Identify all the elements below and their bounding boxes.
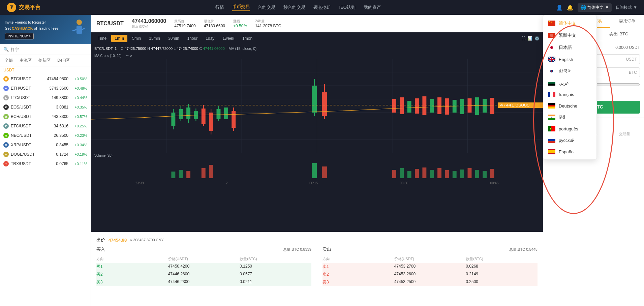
chart-tab-5min[interactable]: 5min (129, 35, 144, 42)
mode-button[interactable]: 日间模式 ▼ (616, 5, 637, 10)
market-tab-DeFi区[interactable]: DeFi区 (56, 57, 71, 64)
user-icon[interactable]: 👤 (556, 4, 563, 11)
fullscreen-icon[interactable]: ⛶ (521, 36, 525, 41)
lang-item-hi[interactable]: हिंदी (543, 112, 596, 123)
svg-rect-102 (407, 171, 411, 178)
market-tab-主流区[interactable]: 主流区 (18, 57, 33, 64)
lang-item-fr[interactable]: français (543, 89, 596, 100)
ticker-high: 最高价 47519.7400 (174, 19, 195, 28)
nav-item-币币交易[interactable]: 币币交易 (232, 4, 250, 11)
sell-order-row[interactable]: 卖247453.26000.2149 (323, 271, 538, 278)
buy-order-row[interactable]: 买347446.23000.0211 (96, 278, 311, 286)
lang-label-zh-tw: 繁體中文 (559, 32, 576, 38)
banner-illustration (69, 19, 86, 40)
chart-tab-1week[interactable]: 1week (219, 35, 238, 42)
lang-item-en[interactable]: English (543, 54, 596, 65)
svg-rect-106 (437, 168, 441, 178)
sell-order-row[interactable]: 卖347453.25000.2500 (323, 278, 538, 286)
lang-item-zh-cn[interactable]: 简体中文 (543, 17, 596, 29)
lang-item-ja[interactable]: 日本語 (543, 41, 596, 54)
language-dropdown: 简体中文繁體中文日本語English한국어عربيfrançaisDeutsch… (543, 15, 597, 160)
lang-item-zh-tw[interactable]: 繁體中文 (543, 29, 596, 41)
chart-ohlc: O 47425.75000 H 47447.72000 L 47425.7400… (121, 47, 225, 51)
svg-rect-103 (415, 169, 419, 178)
lang-item-ar[interactable]: عربي (543, 77, 596, 89)
svg-text:47441.06000: 47441.06000 (500, 103, 529, 107)
lang-item-ko[interactable]: 한국어 (543, 65, 596, 77)
lang-item-pt[interactable]: português (543, 123, 596, 134)
chart-tab-Time[interactable]: Time (94, 35, 110, 42)
lang-item-es[interactable]: Español (543, 146, 596, 157)
coin-row[interactable]: BBCH/USDT443.8300+0.57% (0, 112, 91, 121)
coin-row[interactable]: EEOS/USDT3.0881+0.35% (0, 102, 91, 112)
ticker-change: 涨幅 +0.50% (233, 19, 247, 28)
svg-rect-93 (171, 172, 175, 178)
lang-label-ru: русский (559, 138, 575, 143)
flag-zh-tw (548, 33, 555, 38)
sell-total: 总量:BTC 0.5448 (509, 247, 538, 252)
sell-table-header: 方向 价格(USDT) 数量(BTC) (323, 255, 538, 263)
order-price-label: 出价 (96, 237, 105, 243)
buy-total: 总量:BTC 0.8339 (283, 247, 311, 252)
chart-tab-15min[interactable]: 15min (146, 35, 163, 42)
svg-rect-26 (548, 106, 555, 109)
svg-rect-37 (548, 149, 555, 150)
chart-settings-icon[interactable]: ⚙️ (534, 36, 540, 41)
bell-icon[interactable]: 🔔 (567, 4, 574, 11)
search-input[interactable] (11, 47, 87, 52)
coin-row[interactable]: BBTC/USDT47454.9800+0.50% (0, 74, 91, 84)
coin-row[interactable]: XXRP/USDT0.8455+0.34% (0, 140, 91, 150)
lang-button[interactable]: 🌐 简体中文 ▼ (578, 3, 612, 12)
sell-orders-list: 卖147453.27000.0268卖247453.26000.2149卖347… (323, 263, 538, 286)
chart-tab-30min[interactable]: 30min (165, 35, 183, 42)
chart-indicator-icon[interactable]: 📊 (527, 36, 532, 41)
market-tab-全部[interactable]: 全部 (3, 57, 14, 64)
header: ₮ 交易平台 行情币币交易合约交易秒合约交易锁仓挖矿IEO认购我的资产 👤 🔔 … (0, 0, 644, 15)
sell-btc-tab[interactable]: 卖出 BTC (594, 28, 644, 41)
svg-point-4 (550, 34, 553, 37)
flag-ja (548, 45, 555, 50)
lang-item-de[interactable]: Deutsche (543, 100, 596, 112)
nav-item-行情[interactable]: 行情 (215, 4, 224, 10)
svg-rect-110 (468, 168, 472, 178)
lang-item-ru[interactable]: русский (543, 134, 596, 146)
nav-item-合约交易[interactable]: 合约交易 (258, 4, 275, 10)
svg-rect-79 (415, 98, 419, 114)
svg-rect-104 (422, 167, 426, 178)
coin-row[interactable]: LLTC/USDT149.8800+0.44% (0, 93, 91, 102)
buy-order-row[interactable]: 买147450.42000.1250 (96, 263, 311, 271)
sell-order-row[interactable]: 卖147453.27000.0268 (323, 263, 538, 271)
logo-text: 交易平台 (19, 4, 40, 11)
chart-time: 2 (226, 181, 228, 185)
invite-button[interactable]: INVITE NOW > (5, 33, 34, 39)
coin-row[interactable]: EETH/USDT3743.3600+0.48% (0, 84, 91, 93)
order-book: 出价 47454.98 ≈ 308457.3700 CNY 买入 总量:BTC … (91, 232, 543, 306)
tab-order[interactable]: 委托订单 (610, 15, 644, 28)
svg-rect-95 (186, 171, 190, 178)
nav-item-我的资产[interactable]: 我的资产 (364, 4, 381, 10)
svg-rect-113 (490, 169, 494, 178)
chart-tab-1min[interactable]: 1min (111, 35, 127, 42)
chart-tab-1day[interactable]: 1day (202, 35, 218, 42)
svg-rect-107 (445, 170, 449, 178)
svg-rect-100 (392, 170, 396, 178)
coin-row[interactable]: NNEO/USDT26.3500+0.23% (0, 131, 91, 140)
chart-tab-1mon[interactable]: 1mon (239, 35, 256, 42)
chart-time: 00:45 (490, 181, 498, 185)
buy-order-row[interactable]: 买247446.26000.0577 (96, 271, 311, 278)
volume-chart (91, 158, 543, 178)
coin-row[interactable]: TTRX/USDT0.0765+0.11% (0, 159, 91, 169)
svg-rect-88 (483, 99, 487, 113)
svg-rect-86 (468, 98, 472, 113)
nav-item-锁仓挖矿[interactable]: 锁仓挖矿 (313, 4, 331, 10)
market-tab-创新区[interactable]: 创新区 (37, 57, 52, 64)
ma-cross-edit[interactable]: ✏ ✕ (126, 54, 132, 58)
nav-item-秒合约交易[interactable]: 秒合约交易 (283, 4, 305, 10)
coin-row[interactable]: EETC/USDT34.6316+0.25% (0, 121, 91, 131)
svg-point-33 (550, 128, 552, 130)
lang-label-en: English (559, 57, 573, 62)
coin-row[interactable]: DDOGE/USDT0.1724+0.19% (0, 150, 91, 159)
chart-tab-1hour[interactable]: 1hour (184, 35, 201, 42)
nav-item-IEO认购[interactable]: IEO认购 (339, 4, 355, 10)
svg-rect-38 (548, 150, 555, 153)
